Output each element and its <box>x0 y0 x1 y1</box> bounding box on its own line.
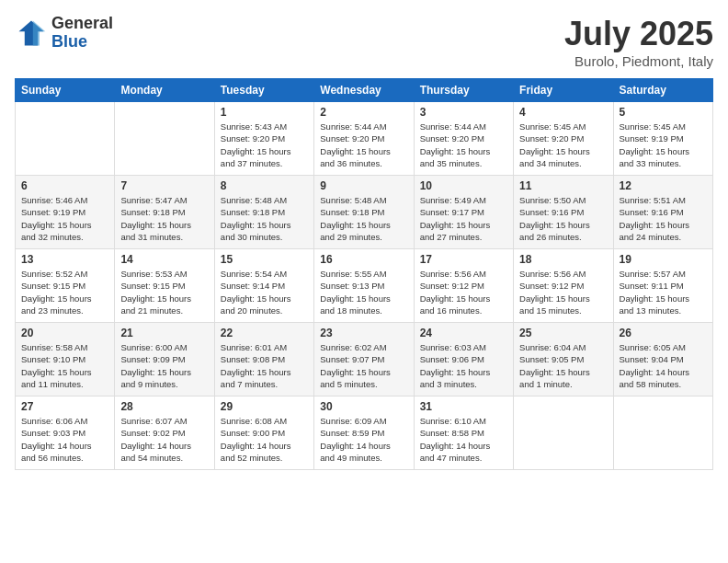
day-number: 21 <box>120 327 208 339</box>
weekday-header-row: SundayMondayTuesdayWednesdayThursdayFrid… <box>16 79 713 102</box>
day-info: Sunrise: 6:08 AM Sunset: 9:00 PM Dayligh… <box>221 415 308 464</box>
location: Burolo, Piedmont, Italy <box>564 53 713 69</box>
day-number: 30 <box>320 400 407 413</box>
day-number: 31 <box>420 400 507 413</box>
calendar-cell: 1Sunrise: 5:43 AM Sunset: 9:20 PM Daylig… <box>214 102 313 176</box>
calendar-cell <box>514 396 613 470</box>
calendar-cell: 7Sunrise: 5:47 AM Sunset: 9:18 PM Daylig… <box>115 176 214 249</box>
day-info: Sunrise: 5:50 AM Sunset: 9:16 PM Dayligh… <box>519 194 607 243</box>
day-number: 25 <box>519 327 607 339</box>
day-info: Sunrise: 5:56 AM Sunset: 9:12 PM Dayligh… <box>519 268 607 316</box>
day-info: Sunrise: 5:45 AM Sunset: 9:19 PM Dayligh… <box>620 121 707 169</box>
day-info: Sunrise: 5:49 AM Sunset: 9:17 PM Dayligh… <box>420 194 507 243</box>
calendar-cell: 21Sunrise: 6:00 AM Sunset: 9:09 PM Dayli… <box>115 323 214 396</box>
weekday-header-monday: Monday <box>115 79 214 102</box>
day-number: 29 <box>221 400 308 413</box>
day-info: Sunrise: 6:04 AM Sunset: 9:05 PM Dayligh… <box>519 341 607 390</box>
day-number: 15 <box>221 253 308 266</box>
calendar-cell: 8Sunrise: 5:48 AM Sunset: 9:18 PM Daylig… <box>214 176 313 249</box>
day-info: Sunrise: 5:45 AM Sunset: 9:20 PM Dayligh… <box>519 121 607 169</box>
calendar-cell: 19Sunrise: 5:57 AM Sunset: 9:11 PM Dayli… <box>613 249 712 323</box>
day-info: Sunrise: 5:52 AM Sunset: 9:15 PM Dayligh… <box>21 268 108 316</box>
day-number: 9 <box>320 179 407 192</box>
day-info: Sunrise: 5:46 AM Sunset: 9:19 PM Dayligh… <box>21 194 108 243</box>
day-info: Sunrise: 6:07 AM Sunset: 9:02 PM Dayligh… <box>120 415 208 464</box>
day-number: 14 <box>120 253 208 266</box>
day-info: Sunrise: 5:58 AM Sunset: 9:10 PM Dayligh… <box>21 341 108 390</box>
day-number: 23 <box>320 327 407 339</box>
calendar-cell: 16Sunrise: 5:55 AM Sunset: 9:13 PM Dayli… <box>314 249 414 323</box>
day-number: 3 <box>420 106 507 119</box>
calendar-cell: 14Sunrise: 5:53 AM Sunset: 9:15 PM Dayli… <box>115 249 214 323</box>
day-info: Sunrise: 5:48 AM Sunset: 9:18 PM Dayligh… <box>221 194 308 243</box>
month-title: July 2025 <box>564 15 713 53</box>
day-number: 18 <box>519 253 607 266</box>
day-info: Sunrise: 6:02 AM Sunset: 9:07 PM Dayligh… <box>320 341 407 390</box>
day-number: 4 <box>519 106 607 119</box>
logo-icon <box>15 17 48 50</box>
calendar-cell: 3Sunrise: 5:44 AM Sunset: 9:20 PM Daylig… <box>414 102 513 176</box>
weekday-header-sunday: Sunday <box>16 79 115 102</box>
day-number: 20 <box>21 327 108 339</box>
calendar-cell: 13Sunrise: 5:52 AM Sunset: 9:15 PM Dayli… <box>16 249 115 323</box>
calendar-week-1: 1Sunrise: 5:43 AM Sunset: 9:20 PM Daylig… <box>16 102 713 176</box>
day-number: 12 <box>620 179 707 192</box>
calendar-cell <box>613 396 712 470</box>
weekday-header-wednesday: Wednesday <box>314 79 414 102</box>
day-number: 11 <box>519 179 607 192</box>
calendar-cell: 30Sunrise: 6:09 AM Sunset: 8:59 PM Dayli… <box>314 396 414 470</box>
day-number: 10 <box>420 179 507 192</box>
calendar-week-4: 20Sunrise: 5:58 AM Sunset: 9:10 PM Dayli… <box>16 323 713 396</box>
day-info: Sunrise: 5:54 AM Sunset: 9:14 PM Dayligh… <box>221 268 308 316</box>
day-number: 28 <box>120 400 208 413</box>
calendar-cell <box>115 102 214 176</box>
weekday-header-tuesday: Tuesday <box>214 79 313 102</box>
calendar-cell: 4Sunrise: 5:45 AM Sunset: 9:20 PM Daylig… <box>514 102 613 176</box>
day-number: 6 <box>21 179 108 192</box>
day-info: Sunrise: 6:09 AM Sunset: 8:59 PM Dayligh… <box>320 415 407 464</box>
logo-general-text: General <box>51 15 113 33</box>
logo: General Blue <box>15 15 113 52</box>
calendar-cell: 31Sunrise: 6:10 AM Sunset: 8:58 PM Dayli… <box>414 396 513 470</box>
day-info: Sunrise: 5:51 AM Sunset: 9:16 PM Dayligh… <box>620 194 707 243</box>
day-number: 24 <box>420 327 507 339</box>
calendar-cell: 24Sunrise: 6:03 AM Sunset: 9:06 PM Dayli… <box>414 323 513 396</box>
day-info: Sunrise: 5:48 AM Sunset: 9:18 PM Dayligh… <box>320 194 407 243</box>
day-number: 5 <box>620 106 707 119</box>
day-info: Sunrise: 6:06 AM Sunset: 9:03 PM Dayligh… <box>21 415 108 464</box>
calendar-cell: 28Sunrise: 6:07 AM Sunset: 9:02 PM Dayli… <box>115 396 214 470</box>
day-number: 17 <box>420 253 507 266</box>
page-header: General Blue July 2025 Burolo, Piedmont,… <box>15 15 713 69</box>
calendar-cell: 27Sunrise: 6:06 AM Sunset: 9:03 PM Dayli… <box>16 396 115 470</box>
calendar-cell: 20Sunrise: 5:58 AM Sunset: 9:10 PM Dayli… <box>16 323 115 396</box>
day-number: 16 <box>320 253 407 266</box>
calendar-table: SundayMondayTuesdayWednesdayThursdayFrid… <box>15 78 713 470</box>
day-info: Sunrise: 6:01 AM Sunset: 9:08 PM Dayligh… <box>221 341 308 390</box>
calendar-cell: 11Sunrise: 5:50 AM Sunset: 9:16 PM Dayli… <box>514 176 613 249</box>
day-number: 8 <box>221 179 308 192</box>
calendar-week-5: 27Sunrise: 6:06 AM Sunset: 9:03 PM Dayli… <box>16 396 713 470</box>
day-info: Sunrise: 5:47 AM Sunset: 9:18 PM Dayligh… <box>120 194 208 243</box>
calendar-cell: 25Sunrise: 6:04 AM Sunset: 9:05 PM Dayli… <box>514 323 613 396</box>
day-number: 7 <box>120 179 208 192</box>
calendar-cell: 9Sunrise: 5:48 AM Sunset: 9:18 PM Daylig… <box>314 176 414 249</box>
calendar-cell: 29Sunrise: 6:08 AM Sunset: 9:00 PM Dayli… <box>214 396 313 470</box>
day-info: Sunrise: 5:44 AM Sunset: 9:20 PM Dayligh… <box>420 121 507 169</box>
day-info: Sunrise: 5:55 AM Sunset: 9:13 PM Dayligh… <box>320 268 407 316</box>
calendar-cell: 15Sunrise: 5:54 AM Sunset: 9:14 PM Dayli… <box>214 249 313 323</box>
calendar-cell: 18Sunrise: 5:56 AM Sunset: 9:12 PM Dayli… <box>514 249 613 323</box>
calendar-cell: 23Sunrise: 6:02 AM Sunset: 9:07 PM Dayli… <box>314 323 414 396</box>
weekday-header-saturday: Saturday <box>613 79 712 102</box>
day-number: 22 <box>221 327 308 339</box>
day-number: 27 <box>21 400 108 413</box>
logo-blue-text: Blue <box>51 33 113 52</box>
weekday-header-friday: Friday <box>514 79 613 102</box>
day-number: 13 <box>21 253 108 266</box>
calendar-cell <box>16 102 115 176</box>
day-number: 26 <box>620 327 707 339</box>
calendar-cell: 17Sunrise: 5:56 AM Sunset: 9:12 PM Dayli… <box>414 249 513 323</box>
calendar-cell: 12Sunrise: 5:51 AM Sunset: 9:16 PM Dayli… <box>613 176 712 249</box>
day-number: 1 <box>221 106 308 119</box>
day-info: Sunrise: 6:00 AM Sunset: 9:09 PM Dayligh… <box>120 341 208 390</box>
day-info: Sunrise: 5:56 AM Sunset: 9:12 PM Dayligh… <box>420 268 507 316</box>
